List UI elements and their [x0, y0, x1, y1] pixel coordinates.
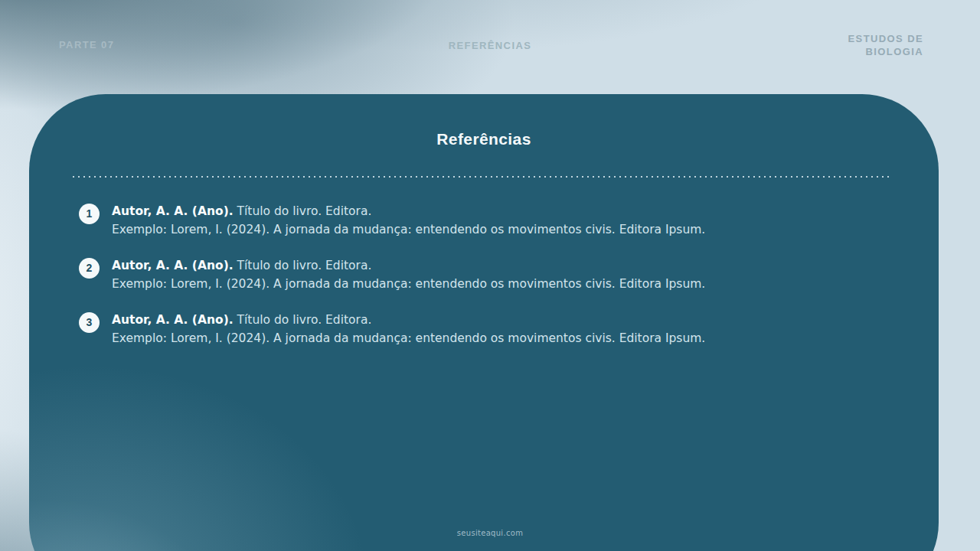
reference-title: Título do livro. Editora.	[234, 313, 372, 327]
reference-text: Autor, A. A. (Ano). Título do livro. Edi…	[112, 203, 705, 239]
website-footer: seusiteaqui.com	[0, 529, 980, 537]
reference-title: Título do livro. Editora.	[234, 204, 372, 218]
reference-author: Autor, A. A. (Ano).	[112, 259, 234, 272]
list-item: 3 Autor, A. A. (Ano). Título do livro. E…	[79, 311, 885, 347]
item-number-badge: 3	[79, 312, 100, 333]
reference-author: Autor, A. A. (Ano).	[112, 204, 234, 218]
reference-line1: Autor, A. A. (Ano). Título do livro. Edi…	[112, 311, 705, 330]
references-list: 1 Autor, A. A. (Ano). Título do livro. E…	[79, 203, 885, 347]
list-item: 1 Autor, A. A. (Ano). Título do livro. E…	[79, 203, 885, 239]
reference-example: Exemplo: Lorem, I. (2024). A jornada da …	[112, 330, 705, 348]
references-card: Referências 1 Autor, A. A. (Ano). Título…	[29, 94, 939, 551]
item-number-badge: 2	[79, 258, 100, 279]
reference-title: Título do livro. Editora.	[234, 259, 372, 272]
slide-section-label: REFERÊNCIAS	[0, 40, 980, 51]
slide-course-label-line1: ESTUDOS DE	[848, 32, 923, 45]
slide-course-label: ESTUDOS DE BIOLOGIA	[848, 32, 923, 58]
reference-text: Autor, A. A. (Ano). Título do livro. Edi…	[112, 257, 705, 293]
reference-author: Autor, A. A. (Ano).	[112, 313, 234, 327]
reference-line1: Autor, A. A. (Ano). Título do livro. Edi…	[112, 203, 705, 221]
list-item: 2 Autor, A. A. (Ano). Título do livro. E…	[79, 257, 885, 293]
dotted-divider	[73, 176, 890, 178]
slide-course-label-line2: BIOLOGIA	[848, 45, 923, 58]
item-number-badge: 1	[79, 204, 100, 224]
reference-example: Exemplo: Lorem, I. (2024). A jornada da …	[112, 276, 705, 294]
reference-text: Autor, A. A. (Ano). Título do livro. Edi…	[112, 311, 705, 347]
reference-example: Exemplo: Lorem, I. (2024). A jornada da …	[112, 221, 705, 240]
reference-line1: Autor, A. A. (Ano). Título do livro. Edi…	[112, 257, 705, 276]
card-title: Referências	[29, 129, 939, 149]
